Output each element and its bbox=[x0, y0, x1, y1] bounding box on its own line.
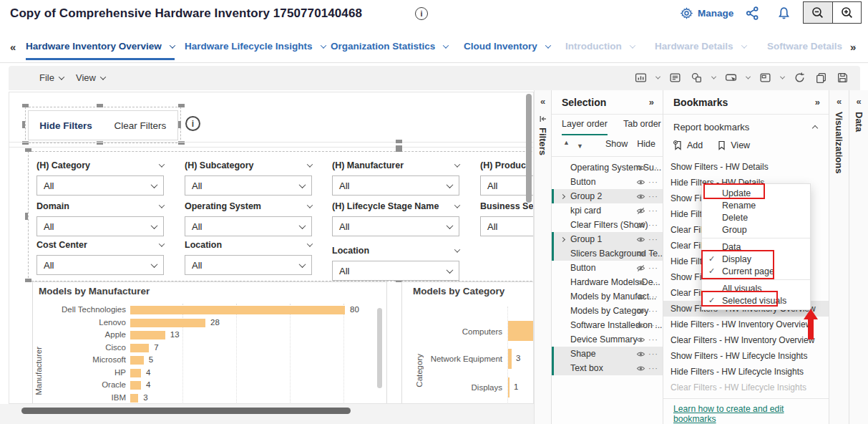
bookmark-item[interactable]: Clear Filters - HW Lifecycle Insights bbox=[663, 380, 829, 395]
chevron-down-icon[interactable] bbox=[159, 161, 165, 167]
layer-item-group-1[interactable]: Group 1··· bbox=[552, 232, 663, 246]
clear-filters-button[interactable]: Clear Filters bbox=[103, 120, 177, 131]
slicer-dropdown[interactable]: All bbox=[36, 255, 164, 275]
canvas-info-icon[interactable]: i bbox=[185, 116, 200, 131]
tab-introduction[interactable]: Introduction bbox=[565, 41, 635, 58]
more-options-icon[interactable]: ··· bbox=[648, 292, 658, 301]
info-icon[interactable]: i bbox=[415, 7, 428, 20]
chevron-down-icon[interactable] bbox=[746, 74, 751, 80]
view-bookmarks-button[interactable]: View bbox=[717, 140, 750, 150]
selection-handle[interactable] bbox=[22, 104, 29, 107]
bar-microsoft[interactable] bbox=[130, 356, 144, 365]
hide-all-button[interactable]: Hide bbox=[637, 139, 655, 149]
layer-item-clear-filters-show-[interactable]: Clear Filters (Show)··· bbox=[552, 218, 663, 232]
layer-item-button[interactable]: Button··· bbox=[552, 261, 663, 275]
more-options-icon[interactable]: ··· bbox=[648, 192, 658, 201]
menu-item-group[interactable]: Group bbox=[702, 223, 810, 236]
more-options-icon[interactable]: ··· bbox=[648, 178, 658, 186]
selection-handle[interactable] bbox=[97, 104, 103, 107]
more-options-icon[interactable]: ··· bbox=[648, 335, 658, 344]
menu-item-selected-visuals[interactable]: ✓Selected visuals bbox=[702, 294, 810, 307]
models-by-manufacturer-chart[interactable]: Models by Manufacturer Manufacturer Dell… bbox=[32, 281, 387, 404]
bookmarks-help-link[interactable]: Learn how to create and edit bookmarks bbox=[673, 404, 829, 424]
slicer-dropdown[interactable]: All bbox=[36, 216, 164, 236]
chevron-down-icon[interactable] bbox=[159, 241, 165, 246]
bar-network-equipment[interactable] bbox=[508, 349, 512, 369]
slicer-dropdown[interactable]: All bbox=[332, 175, 459, 196]
text-box-icon[interactable] bbox=[669, 72, 681, 84]
bookmark-item[interactable]: Hide Filters - HW Lifecycle Insights bbox=[663, 364, 829, 380]
chevron-down-icon[interactable] bbox=[170, 42, 175, 48]
bookmark-item[interactable]: Clear Filters - HW Inventory Overview bbox=[663, 332, 829, 348]
bar-dell-technologies[interactable] bbox=[130, 306, 345, 314]
chevron-down-icon[interactable] bbox=[307, 202, 313, 208]
chevron-down-icon[interactable] bbox=[454, 161, 460, 167]
visibility-eye-icon[interactable] bbox=[636, 192, 645, 203]
slicer-dropdown[interactable]: All bbox=[185, 255, 312, 275]
file-menu[interactable]: File bbox=[39, 72, 64, 83]
slicer-dropdown[interactable]: All bbox=[185, 175, 312, 196]
visibility-eye-icon[interactable] bbox=[636, 163, 645, 175]
shapes-icon[interactable] bbox=[691, 72, 703, 84]
more-options-icon[interactable]: ··· bbox=[648, 206, 658, 215]
layer-item-device-summary[interactable]: Device Summary··· bbox=[552, 332, 663, 347]
insert-visual-icon[interactable] bbox=[635, 72, 647, 84]
chevron-down-icon[interactable] bbox=[320, 42, 326, 48]
view-menu[interactable]: View bbox=[76, 72, 105, 83]
tab-tab-order[interactable]: Tab order bbox=[623, 119, 661, 135]
more-options-icon[interactable]: ··· bbox=[648, 249, 658, 258]
add-bookmark-button[interactable]: Add bbox=[673, 140, 703, 150]
visibility-eye-icon[interactable] bbox=[636, 235, 645, 246]
hide-filters-button[interactable]: Hide Filters bbox=[29, 120, 103, 131]
chevron-down-icon[interactable] bbox=[629, 42, 635, 48]
chevron-down-icon[interactable] bbox=[159, 202, 165, 208]
more-options-icon[interactable]: ··· bbox=[648, 350, 658, 358]
chevron-down-icon[interactable] bbox=[545, 42, 551, 48]
layer-item-kpi-card[interactable]: kpi card··· bbox=[552, 203, 663, 218]
chevron-down-icon[interactable] bbox=[307, 241, 313, 246]
tab-layer-order[interactable]: Layer order bbox=[562, 119, 608, 135]
move-up-icon[interactable]: ▲ bbox=[563, 139, 570, 150]
more-options-icon[interactable]: ··· bbox=[648, 307, 658, 315]
more-options-icon[interactable]: ··· bbox=[648, 264, 658, 272]
show-all-button[interactable]: Show bbox=[605, 139, 628, 149]
collapse-chevron-icon[interactable]: « bbox=[540, 96, 545, 107]
page-layout-icon[interactable] bbox=[759, 72, 771, 84]
selection-handle[interactable] bbox=[25, 279, 31, 282]
chevron-down-icon[interactable] bbox=[454, 246, 460, 252]
visibility-eye-icon[interactable] bbox=[636, 249, 645, 261]
tab-organization-statistics[interactable]: Organization Statistics bbox=[331, 41, 448, 58]
visibility-eye-icon[interactable] bbox=[636, 364, 645, 375]
visibility-eye-off-icon[interactable] bbox=[636, 221, 645, 232]
move-down-icon[interactable]: ▼ bbox=[577, 143, 583, 150]
filters-pane-collapsed[interactable]: « Filters bbox=[534, 90, 551, 424]
models-by-category-chart[interactable]: Models by Category Category ComputersNet… bbox=[401, 281, 534, 404]
menu-item-rename[interactable]: Rename bbox=[702, 199, 810, 211]
collapse-chevron-icon[interactable]: « bbox=[856, 96, 861, 107]
tab-software-details[interactable]: Software Details bbox=[767, 41, 855, 58]
chevron-down-icon[interactable] bbox=[307, 161, 313, 167]
duplicate-page-icon[interactable] bbox=[815, 72, 827, 84]
more-options-icon[interactable]: ··· bbox=[648, 163, 658, 172]
bar-cisco[interactable] bbox=[130, 344, 149, 352]
menu-item-display[interactable]: ✓Display bbox=[702, 253, 810, 265]
expand-group-icon[interactable] bbox=[560, 193, 565, 198]
visibility-eye-icon[interactable] bbox=[636, 178, 645, 189]
slicer-dropdown[interactable]: All bbox=[185, 216, 312, 236]
bar-apple[interactable] bbox=[130, 331, 165, 339]
more-options-icon[interactable]: ··· bbox=[648, 221, 658, 229]
more-options-icon[interactable]: ··· bbox=[648, 235, 658, 244]
layer-item-operating-system-su-[interactable]: Operating System Su...··· bbox=[552, 160, 663, 175]
save-icon[interactable] bbox=[837, 72, 849, 84]
selection-handle[interactable] bbox=[22, 121, 25, 128]
slicer-dropdown[interactable]: All bbox=[332, 216, 459, 236]
slicer-dropdown[interactable]: All bbox=[332, 261, 459, 281]
layer-item-hardware-models-de-[interactable]: Hardware Models De...··· bbox=[552, 275, 663, 289]
bookmark-item[interactable]: Show Filters - HW Lifecycle Insights bbox=[663, 348, 829, 364]
manage-button[interactable]: Manage bbox=[681, 7, 733, 19]
selection-handle[interactable] bbox=[178, 121, 181, 128]
menu-item-data[interactable]: Data bbox=[702, 241, 810, 253]
expand-group-icon[interactable] bbox=[560, 236, 565, 241]
canvas-horizontal-scrollbar[interactable] bbox=[21, 408, 351, 414]
chart-scrollbar[interactable] bbox=[377, 308, 382, 388]
